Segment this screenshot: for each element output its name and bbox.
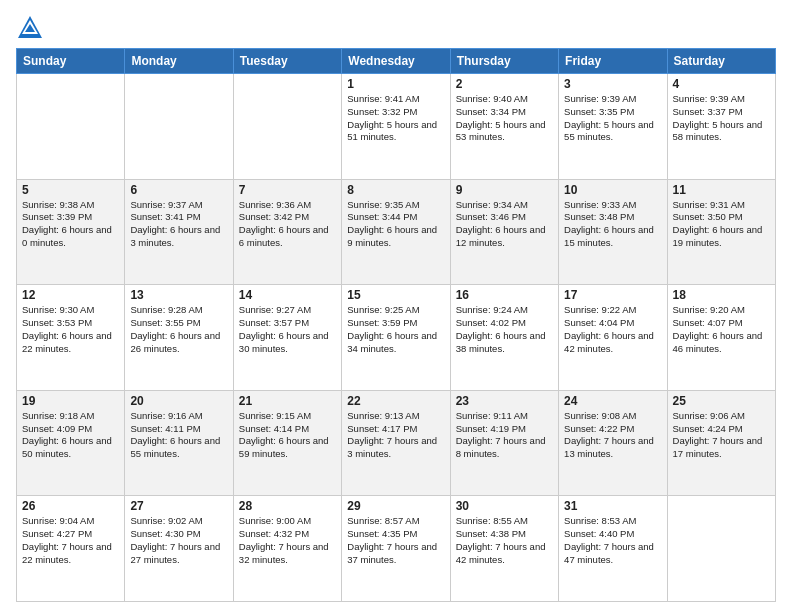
day-info: Sunrise: 8:55 AM Sunset: 4:38 PM Dayligh… [456, 515, 553, 566]
day-number: 27 [130, 499, 227, 513]
calendar-header-friday: Friday [559, 49, 667, 74]
calendar-cell [125, 74, 233, 180]
day-info: Sunrise: 9:13 AM Sunset: 4:17 PM Dayligh… [347, 410, 444, 461]
day-number: 10 [564, 183, 661, 197]
calendar-cell: 2Sunrise: 9:40 AM Sunset: 3:34 PM Daylig… [450, 74, 558, 180]
calendar-week-2: 12Sunrise: 9:30 AM Sunset: 3:53 PM Dayli… [17, 285, 776, 391]
day-info: Sunrise: 9:36 AM Sunset: 3:42 PM Dayligh… [239, 199, 336, 250]
day-number: 13 [130, 288, 227, 302]
calendar-header-monday: Monday [125, 49, 233, 74]
day-number: 4 [673, 77, 770, 91]
calendar-cell: 20Sunrise: 9:16 AM Sunset: 4:11 PM Dayli… [125, 390, 233, 496]
day-info: Sunrise: 9:06 AM Sunset: 4:24 PM Dayligh… [673, 410, 770, 461]
day-info: Sunrise: 9:35 AM Sunset: 3:44 PM Dayligh… [347, 199, 444, 250]
calendar-cell: 18Sunrise: 9:20 AM Sunset: 4:07 PM Dayli… [667, 285, 775, 391]
day-number: 15 [347, 288, 444, 302]
day-number: 18 [673, 288, 770, 302]
day-number: 1 [347, 77, 444, 91]
calendar-header-tuesday: Tuesday [233, 49, 341, 74]
calendar-cell: 25Sunrise: 9:06 AM Sunset: 4:24 PM Dayli… [667, 390, 775, 496]
calendar-header-thursday: Thursday [450, 49, 558, 74]
day-info: Sunrise: 9:11 AM Sunset: 4:19 PM Dayligh… [456, 410, 553, 461]
day-info: Sunrise: 9:28 AM Sunset: 3:55 PM Dayligh… [130, 304, 227, 355]
calendar-cell: 31Sunrise: 8:53 AM Sunset: 4:40 PM Dayli… [559, 496, 667, 602]
day-info: Sunrise: 9:38 AM Sunset: 3:39 PM Dayligh… [22, 199, 119, 250]
calendar-cell: 21Sunrise: 9:15 AM Sunset: 4:14 PM Dayli… [233, 390, 341, 496]
day-info: Sunrise: 9:20 AM Sunset: 4:07 PM Dayligh… [673, 304, 770, 355]
day-info: Sunrise: 9:00 AM Sunset: 4:32 PM Dayligh… [239, 515, 336, 566]
day-info: Sunrise: 9:39 AM Sunset: 3:37 PM Dayligh… [673, 93, 770, 144]
calendar-cell: 29Sunrise: 8:57 AM Sunset: 4:35 PM Dayli… [342, 496, 450, 602]
day-info: Sunrise: 9:08 AM Sunset: 4:22 PM Dayligh… [564, 410, 661, 461]
calendar-cell: 16Sunrise: 9:24 AM Sunset: 4:02 PM Dayli… [450, 285, 558, 391]
calendar-cell: 26Sunrise: 9:04 AM Sunset: 4:27 PM Dayli… [17, 496, 125, 602]
calendar-cell: 23Sunrise: 9:11 AM Sunset: 4:19 PM Dayli… [450, 390, 558, 496]
day-number: 20 [130, 394, 227, 408]
calendar-cell [17, 74, 125, 180]
day-info: Sunrise: 9:37 AM Sunset: 3:41 PM Dayligh… [130, 199, 227, 250]
calendar-cell: 15Sunrise: 9:25 AM Sunset: 3:59 PM Dayli… [342, 285, 450, 391]
day-info: Sunrise: 9:22 AM Sunset: 4:04 PM Dayligh… [564, 304, 661, 355]
calendar-header-wednesday: Wednesday [342, 49, 450, 74]
header [16, 10, 776, 42]
day-number: 25 [673, 394, 770, 408]
day-number: 22 [347, 394, 444, 408]
day-info: Sunrise: 9:41 AM Sunset: 3:32 PM Dayligh… [347, 93, 444, 144]
day-number: 6 [130, 183, 227, 197]
day-number: 30 [456, 499, 553, 513]
calendar-cell: 27Sunrise: 9:02 AM Sunset: 4:30 PM Dayli… [125, 496, 233, 602]
day-number: 28 [239, 499, 336, 513]
calendar-week-4: 26Sunrise: 9:04 AM Sunset: 4:27 PM Dayli… [17, 496, 776, 602]
calendar-cell: 24Sunrise: 9:08 AM Sunset: 4:22 PM Dayli… [559, 390, 667, 496]
calendar-cell: 10Sunrise: 9:33 AM Sunset: 3:48 PM Dayli… [559, 179, 667, 285]
day-number: 2 [456, 77, 553, 91]
day-number: 14 [239, 288, 336, 302]
day-info: Sunrise: 9:39 AM Sunset: 3:35 PM Dayligh… [564, 93, 661, 144]
calendar-cell: 22Sunrise: 9:13 AM Sunset: 4:17 PM Dayli… [342, 390, 450, 496]
calendar-header-row: SundayMondayTuesdayWednesdayThursdayFrid… [17, 49, 776, 74]
calendar-cell: 13Sunrise: 9:28 AM Sunset: 3:55 PM Dayli… [125, 285, 233, 391]
calendar-cell: 19Sunrise: 9:18 AM Sunset: 4:09 PM Dayli… [17, 390, 125, 496]
calendar-week-3: 19Sunrise: 9:18 AM Sunset: 4:09 PM Dayli… [17, 390, 776, 496]
page: SundayMondayTuesdayWednesdayThursdayFrid… [0, 0, 792, 612]
day-number: 8 [347, 183, 444, 197]
calendar-cell: 28Sunrise: 9:00 AM Sunset: 4:32 PM Dayli… [233, 496, 341, 602]
day-number: 11 [673, 183, 770, 197]
calendar-cell: 5Sunrise: 9:38 AM Sunset: 3:39 PM Daylig… [17, 179, 125, 285]
day-number: 3 [564, 77, 661, 91]
day-info: Sunrise: 9:15 AM Sunset: 4:14 PM Dayligh… [239, 410, 336, 461]
day-number: 7 [239, 183, 336, 197]
day-info: Sunrise: 9:30 AM Sunset: 3:53 PM Dayligh… [22, 304, 119, 355]
calendar-header-saturday: Saturday [667, 49, 775, 74]
day-number: 21 [239, 394, 336, 408]
day-number: 16 [456, 288, 553, 302]
calendar-cell: 12Sunrise: 9:30 AM Sunset: 3:53 PM Dayli… [17, 285, 125, 391]
day-info: Sunrise: 9:34 AM Sunset: 3:46 PM Dayligh… [456, 199, 553, 250]
day-info: Sunrise: 9:27 AM Sunset: 3:57 PM Dayligh… [239, 304, 336, 355]
calendar-week-1: 5Sunrise: 9:38 AM Sunset: 3:39 PM Daylig… [17, 179, 776, 285]
day-info: Sunrise: 8:53 AM Sunset: 4:40 PM Dayligh… [564, 515, 661, 566]
day-number: 29 [347, 499, 444, 513]
calendar-cell: 30Sunrise: 8:55 AM Sunset: 4:38 PM Dayli… [450, 496, 558, 602]
day-info: Sunrise: 8:57 AM Sunset: 4:35 PM Dayligh… [347, 515, 444, 566]
day-number: 17 [564, 288, 661, 302]
calendar-cell: 9Sunrise: 9:34 AM Sunset: 3:46 PM Daylig… [450, 179, 558, 285]
logo-icon [16, 14, 44, 42]
day-info: Sunrise: 9:24 AM Sunset: 4:02 PM Dayligh… [456, 304, 553, 355]
calendar-cell [667, 496, 775, 602]
calendar-cell: 6Sunrise: 9:37 AM Sunset: 3:41 PM Daylig… [125, 179, 233, 285]
calendar-cell [233, 74, 341, 180]
calendar-cell: 17Sunrise: 9:22 AM Sunset: 4:04 PM Dayli… [559, 285, 667, 391]
day-info: Sunrise: 9:33 AM Sunset: 3:48 PM Dayligh… [564, 199, 661, 250]
day-number: 26 [22, 499, 119, 513]
calendar-header-sunday: Sunday [17, 49, 125, 74]
day-number: 31 [564, 499, 661, 513]
calendar-cell: 7Sunrise: 9:36 AM Sunset: 3:42 PM Daylig… [233, 179, 341, 285]
day-info: Sunrise: 9:16 AM Sunset: 4:11 PM Dayligh… [130, 410, 227, 461]
calendar-table: SundayMondayTuesdayWednesdayThursdayFrid… [16, 48, 776, 602]
day-number: 24 [564, 394, 661, 408]
day-number: 12 [22, 288, 119, 302]
day-info: Sunrise: 9:40 AM Sunset: 3:34 PM Dayligh… [456, 93, 553, 144]
day-number: 5 [22, 183, 119, 197]
day-number: 23 [456, 394, 553, 408]
